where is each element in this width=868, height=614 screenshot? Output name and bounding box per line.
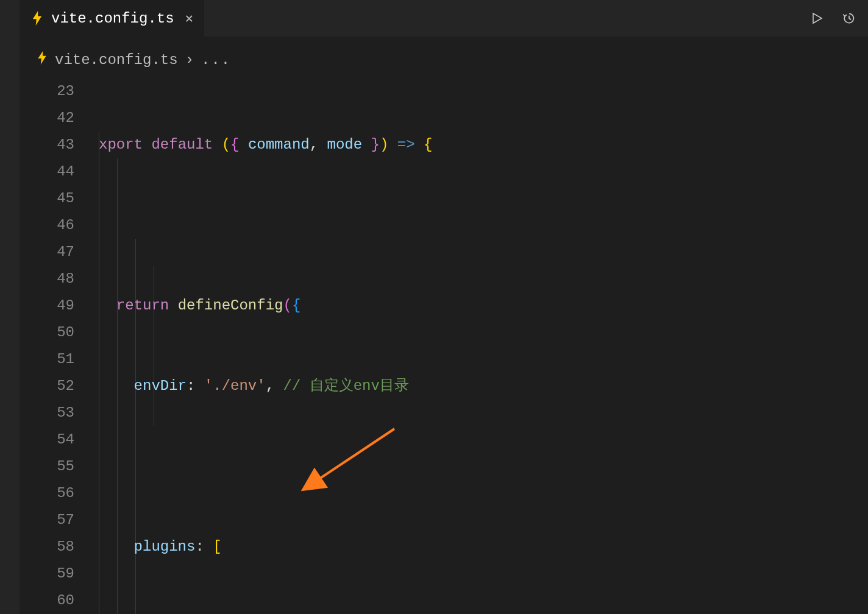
breadcrumb-filename: vite.config.ts bbox=[55, 52, 178, 68]
code-line: envDir: './env', // 自定义env目录 bbox=[99, 373, 868, 400]
lightning-icon bbox=[30, 12, 44, 25]
code-line bbox=[99, 212, 868, 239]
tab-filename: vite.config.ts bbox=[51, 10, 174, 27]
tab-bar: vite.config.ts ✕ bbox=[20, 0, 868, 37]
line-number-gutter: 23 42 43 44 45 46 47 48 49 50 51 52 53 5… bbox=[20, 78, 91, 614]
code-line: plugins: [ bbox=[99, 534, 868, 560]
chevron-right-icon: › bbox=[185, 52, 194, 68]
code-line: return defineConfig({ bbox=[99, 292, 868, 319]
tab-actions bbox=[809, 0, 857, 37]
code-line: xport default ({ command, mode }) => { bbox=[99, 132, 868, 158]
breadcrumb[interactable]: vite.config.ts › ... bbox=[37, 48, 231, 72]
lightning-icon bbox=[37, 51, 48, 69]
code-area[interactable]: xport default ({ command, mode }) => { r… bbox=[99, 78, 868, 614]
file-tab[interactable]: vite.config.ts ✕ bbox=[20, 0, 204, 37]
run-icon[interactable] bbox=[809, 11, 824, 26]
activity-bar bbox=[0, 0, 20, 614]
code-line bbox=[99, 453, 868, 480]
code-editor[interactable]: 23 42 43 44 45 46 47 48 49 50 51 52 53 5… bbox=[20, 78, 868, 614]
breadcrumb-more: ... bbox=[201, 52, 231, 68]
close-icon[interactable]: ✕ bbox=[185, 10, 193, 27]
history-icon[interactable] bbox=[841, 10, 857, 26]
